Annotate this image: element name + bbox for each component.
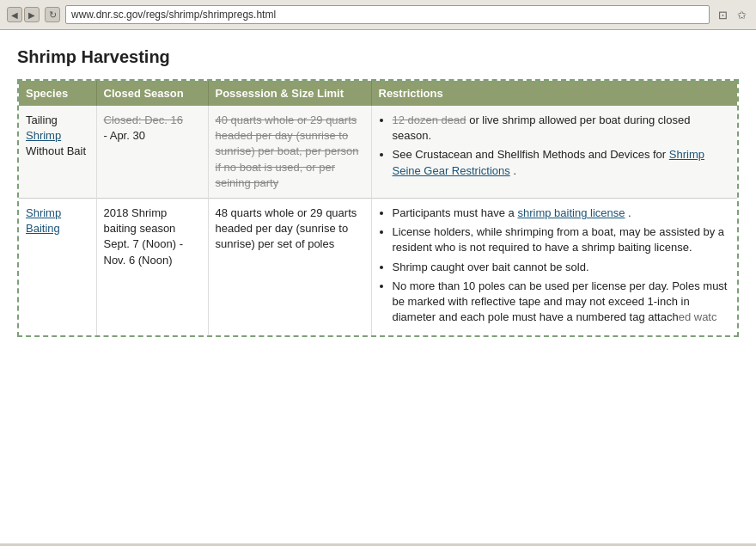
shrimp-baiting-link[interactable]: Shrimp Baiting (26, 206, 61, 235)
restriction-item-2a: Participants must have a shrimp baiting … (393, 206, 731, 221)
search-icon[interactable]: ⊡ (715, 7, 730, 22)
restriction-text-2b: License holders, while shrimping from a … (393, 225, 725, 254)
restriction-text-2d: No more than 10 poles can be used per li… (393, 279, 728, 323)
forward-button[interactable]: ▶ (24, 7, 40, 22)
col-season: Closed Season (96, 81, 208, 106)
season-cell-1: Closed: Dec. 16 - Apr. 30 (96, 106, 208, 198)
table-wrapper: Species Closed Season Possession & Size … (17, 79, 739, 337)
col-restrictions: Restrictions (371, 81, 737, 106)
restrictions-cell-1: 12 dozen dead or live shrimp allowed per… (371, 106, 737, 198)
tailing-shrimp-link[interactable]: Shrimp (26, 129, 61, 142)
season-text-2: 2018 Shrimp baiting season Sept. 7 (Noon… (104, 206, 184, 267)
season-cell-2: 2018 Shrimp baiting season Sept. 7 (Noon… (96, 198, 208, 335)
shrimp-baiting-license-link[interactable]: shrimp baiting license (517, 206, 625, 219)
star-icon[interactable]: ✩ (734, 7, 749, 22)
species-text-without-bait: Without Bait (26, 144, 86, 157)
refresh-button[interactable]: ↻ (45, 7, 60, 22)
restrictions-list-1: 12 dozen dead or live shrimp allowed per… (379, 113, 731, 179)
restriction-punct-1b: . (513, 164, 516, 177)
col-possession: Possession & Size Limit (208, 81, 371, 106)
restriction-item-2b: License holders, while shrimping from a … (393, 224, 731, 255)
possession-cell-1: 40 quarts whole or 29 quarts headed per … (208, 106, 371, 198)
restriction-item-2c: Shrimp caught over bait cannot be sold. (393, 260, 731, 275)
table-header-row: Species Closed Season Possession & Size … (19, 81, 737, 106)
restriction-item-1a: 12 dozen dead or live shrimp allowed per… (393, 113, 731, 144)
browser-toolbar: ◀ ▶ ↻ ⊡ ✩ (0, 0, 756, 30)
restrictions-list-2: Participants must have a shrimp baiting … (379, 206, 731, 325)
species-cell-1: Tailing Shrimp Without Bait (19, 106, 96, 198)
restriction-text-1b: See Crustacean and Shellfish Methods and… (393, 148, 669, 161)
back-button[interactable]: ◀ (7, 7, 22, 22)
species-text-1: Tailing (26, 113, 58, 126)
season-rest-1: - Apr. 30 (104, 129, 145, 142)
restriction-item-2d: No more than 10 poles can be used per li… (393, 279, 731, 326)
regulations-table: Species Closed Season Possession & Size … (19, 81, 737, 335)
season-strikethrough-1: Closed: Dec. 16 (104, 113, 184, 126)
possession-cell-2: 48 quarts whole or 29 quarts headed per … (208, 198, 371, 335)
restriction-text-2a-after: . (628, 206, 631, 219)
restriction-strikethrough-1a: 12 dozen dead (393, 113, 466, 126)
restriction-text-2c: Shrimp caught over bait cannot be sold. (393, 261, 589, 273)
restriction-item-1b: See Crustacean and Shellfish Methods and… (393, 147, 731, 178)
possession-strikethrough-1: 40 quarts whole or 29 quarts headed per … (216, 113, 359, 189)
possession-text-2: 48 quarts whole or 29 quarts headed per … (216, 206, 357, 250)
nav-buttons: ◀ ▶ (7, 7, 40, 22)
restriction-text-2a-before: Participants must have a (393, 206, 518, 219)
table-row: Tailing Shrimp Without Bait Closed: Dec.… (19, 106, 737, 198)
col-species: Species (19, 81, 96, 106)
page-title: Shrimp Harvesting (17, 47, 739, 67)
address-bar-container (65, 5, 710, 24)
species-cell-2: Shrimp Baiting (19, 198, 96, 335)
restrictions-cell-2: Participants must have a shrimp baiting … (371, 198, 737, 335)
page-content: Shrimp Harvesting Species Closed Season … (0, 30, 756, 543)
table-row: Shrimp Baiting 2018 Shrimp baiting seaso… (19, 198, 737, 335)
address-bar[interactable] (71, 9, 704, 21)
browser-icons: ⊡ ✩ (715, 7, 749, 22)
